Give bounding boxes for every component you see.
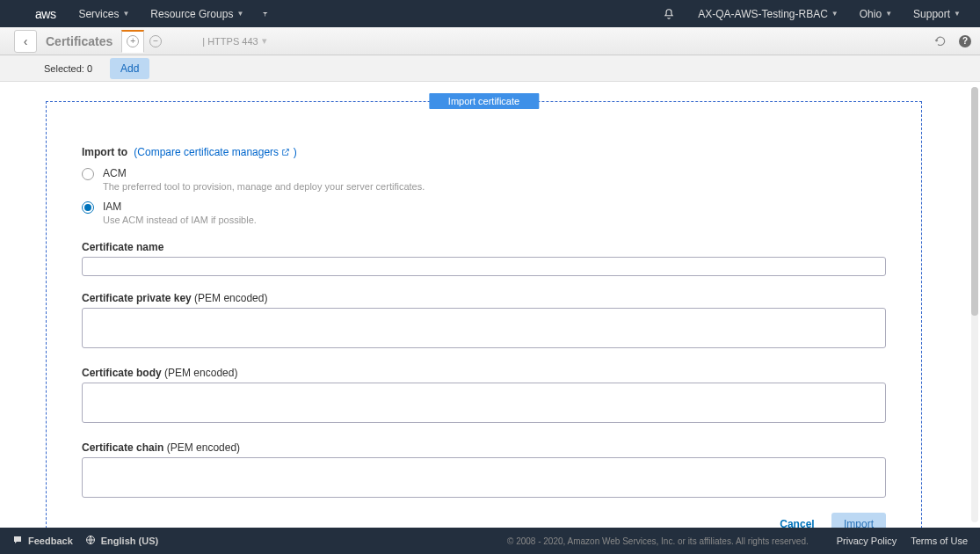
nav-support[interactable]: Support ▼ [913, 8, 961, 20]
nav-services[interactable]: Services ▼ [78, 8, 129, 20]
import-certificate-panel: Import certificate Import to (Compare ce… [46, 101, 922, 528]
nav-support-label: Support [913, 8, 950, 20]
question-circle-icon: ? [959, 35, 971, 47]
import-to-label: Import to (Compare certificate managers … [82, 146, 886, 158]
panel-actions: Cancel Import [82, 513, 886, 528]
nav-account-label: AX-QA-AWS-Testing-RBAC [698, 8, 828, 20]
radio-acm[interactable]: ACM The preferred tool to provision, man… [82, 167, 886, 192]
panel-title: Import certificate [429, 93, 539, 109]
cert-chain-input[interactable] [82, 457, 886, 498]
caret-down-icon: ▼ [885, 10, 892, 18]
radio-iam[interactable]: IAM Use ACM instead of IAM if possible. [82, 200, 886, 225]
nav-services-label: Services [78, 8, 119, 20]
caret-down-icon: ▼ [831, 10, 838, 18]
plus-circle-icon: + [127, 35, 139, 47]
terms-link[interactable]: Terms of Use [911, 536, 968, 546]
caret-down-icon: ▼ [954, 10, 961, 18]
bell-icon[interactable] [663, 8, 675, 20]
back-button[interactable]: ‹ [14, 30, 37, 53]
cert-chain-label: Certificate chain (PEM encoded) [82, 441, 886, 454]
nav-region[interactable]: Ohio ▼ [860, 8, 892, 20]
listener-label: | HTTPS 443 [202, 36, 258, 47]
chevron-left-icon: ‹ [24, 34, 28, 48]
feedback-link[interactable]: Feedback [12, 535, 73, 547]
nav-account[interactable]: AX-QA-AWS-Testing-RBAC ▼ [698, 8, 838, 20]
selected-count: Selected: 0 [44, 63, 92, 74]
footer: Feedback English (US) © 2008 - 2020, Ama… [0, 528, 980, 554]
listener-dropdown[interactable]: | HTTPS 443 ▾ [202, 35, 266, 47]
compare-managers-link[interactable]: (Compare certificate managers ) [134, 146, 296, 158]
content-area: Import certificate Import to (Compare ce… [0, 82, 980, 528]
external-link-icon [281, 146, 293, 158]
cert-name-label: Certificate name [82, 241, 886, 253]
language-selector[interactable]: English (US) [85, 535, 158, 547]
speech-bubble-icon [12, 535, 23, 547]
help-icon[interactable]: ? [957, 33, 973, 49]
nav-resource-groups[interactable]: Resource Groups ▼ [150, 8, 243, 20]
cancel-button[interactable]: Cancel [780, 518, 814, 528]
footer-copyright: © 2008 - 2020, Amazon Web Services, Inc.… [507, 536, 809, 546]
caret-down-icon: ▼ [236, 10, 243, 18]
radio-icon [82, 168, 94, 180]
radio-icon-checked [82, 201, 94, 214]
radio-iam-label: IAM [103, 200, 257, 213]
radio-iam-desc: Use ACM instead of IAM if possible. [103, 215, 257, 225]
nav-resource-groups-label: Resource Groups [150, 8, 233, 20]
scrollbar-thumb[interactable] [971, 87, 978, 316]
caret-down-icon: ▼ [122, 10, 129, 18]
add-button[interactable]: Add [110, 58, 149, 79]
add-tab-icon[interactable]: + [121, 30, 144, 53]
remove-tab-icon[interactable]: − [144, 30, 167, 53]
page-title: Certificates [46, 34, 113, 48]
radio-acm-desc: The preferred tool to provision, manage … [103, 181, 425, 192]
cert-body-label: Certificate body (PEM encoded) [82, 367, 886, 379]
priv-key-input[interactable] [82, 308, 886, 348]
toolbar: ‹ Certificates + − | HTTPS 443 ▾ ? [0, 27, 980, 55]
import-button[interactable]: Import [831, 513, 886, 528]
refresh-icon[interactable] [933, 33, 948, 49]
nav-region-label: Ohio [860, 8, 882, 20]
globe-icon [85, 535, 96, 547]
aws-logo[interactable]: aws [35, 7, 55, 21]
top-nav: aws Services ▼ Resource Groups ▼ AX-QA-A… [0, 0, 980, 27]
minus-circle-icon: − [149, 35, 162, 47]
subbar: Selected: 0 Add [0, 55, 980, 82]
chevron-down-icon: ▾ [262, 35, 267, 47]
cert-body-input[interactable] [82, 383, 886, 423]
radio-acm-label: ACM [103, 167, 425, 179]
privacy-link[interactable]: Privacy Policy [837, 536, 897, 546]
priv-key-label: Certificate private key (PEM encoded) [82, 292, 886, 304]
cert-name-input[interactable] [82, 257, 886, 276]
pin-icon[interactable] [259, 9, 270, 19]
